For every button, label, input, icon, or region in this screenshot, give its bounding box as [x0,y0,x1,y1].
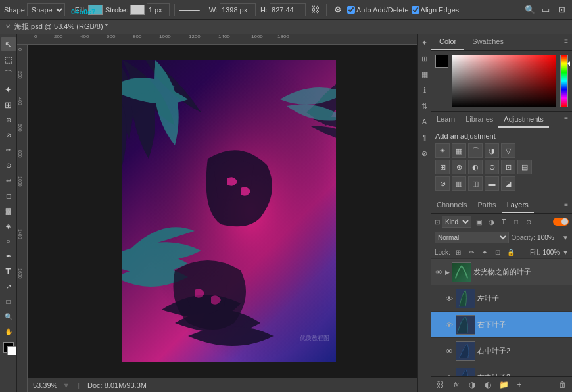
gradient-tool-btn[interactable]: ▓ [1,203,16,218]
filter-pixel-btn[interactable]: ▣ [473,216,484,227]
stroke-control[interactable]: Stroke: — [105,3,170,16]
search-btn[interactable]: 🔍 [523,3,536,16]
adj-curves[interactable]: ⌒ [468,143,483,158]
filter-toggle[interactable] [553,218,569,226]
layer-folder-btn[interactable]: 📁 [498,379,510,391]
eyedropper-tool-btn[interactable]: ⊕ [1,112,16,127]
adj-bw[interactable]: ◐ [468,160,483,174]
stroke-color-swatch[interactable]: — [130,5,145,15]
panel-icon-5[interactable]: ⇅ [419,100,431,112]
fill-dropdown[interactable]: ▼ [562,249,569,256]
lasso-tool-btn[interactable]: ⌒ [1,67,16,82]
magic-wand-tool-btn[interactable]: ✦ [1,82,16,97]
kind-select[interactable]: Kind [442,216,471,228]
filter-shape-btn[interactable]: □ [511,216,521,227]
link-wh-btn[interactable]: ⛓ [308,3,322,16]
adj-vibrance[interactable]: ▽ [501,143,515,158]
eraser-tool-btn[interactable]: ◻ [1,188,16,203]
layers-list[interactable]: 👁 ▶ 发光物之前的叶子 👁 左叶子 👁 [431,259,572,376]
stamp-tool-btn[interactable]: ⊙ [1,158,16,172]
adj-exposure[interactable]: ◑ [485,143,499,158]
canvas-area[interactable]: 0 200 400 600 800 1000 1200 1400 1600 18… [17,34,431,392]
lock-image-btn[interactable]: ✏ [466,247,477,257]
history-tool-btn[interactable]: ↩ [1,173,16,187]
canvas-content[interactable]: 优质教程图 [28,45,431,378]
layer-eye-0[interactable]: 👁 [434,268,443,277]
layer-item-1[interactable]: 👁 左叶子 [431,285,572,312]
foreground-color-box[interactable] [435,55,448,68]
artwork-canvas[interactable]: 优质教程图 [122,60,336,362]
hand-tool-btn[interactable]: ✋ [1,324,16,339]
lock-position-btn[interactable]: ✦ [479,247,490,257]
layer-item-3[interactable]: 👁 右中叶子2 [431,338,572,364]
filter-adjustment-btn[interactable]: ◑ [486,216,496,227]
background-color-btn[interactable] [7,346,16,355]
layer-eye-2[interactable]: 👁 [444,320,454,330]
adj-colorlookup[interactable]: ▤ [517,160,532,174]
opacity-dropdown[interactable]: ▼ [562,234,569,241]
move-tool-btn[interactable]: ↖ [1,37,16,51]
adj-gradient-map[interactable]: ▬ [485,176,499,191]
adj-colorbalance[interactable]: ⊛ [452,160,466,174]
lock-transparent-btn[interactable]: ⊞ [453,247,464,257]
panel-icon-1[interactable]: ✦ [419,37,431,49]
layer-fx-btn[interactable]: fx [450,379,462,391]
brush-tool-btn[interactable]: ✏ [1,143,16,157]
layers-menu[interactable]: ≡ [560,197,572,213]
layer-adjustment-btn[interactable]: ◐ [482,379,494,391]
lock-artboard-btn[interactable]: ⊡ [492,247,503,257]
blend-mode-select[interactable]: Normal [435,232,509,243]
dodge-tool-btn[interactable]: ○ [1,233,16,248]
layer-item-4[interactable]: 👁 右中叶子3 [431,364,572,376]
layer-item-2[interactable]: 👁 右下叶子 [431,312,572,338]
panel-icon-7[interactable]: ¶ [419,132,431,143]
panel-icon-8[interactable]: ⊗ [419,147,431,159]
shape-selector[interactable]: Shape Shape [4,3,65,16]
tab-swatches[interactable]: Swatches [464,34,512,50]
blur-tool-btn[interactable]: ◈ [1,218,16,233]
color-gradient-inner[interactable] [452,55,556,107]
width-input[interactable] [220,3,256,16]
layer-trash-btn[interactable]: 🗑 [557,379,569,391]
pen-tool-btn[interactable]: ✒ [1,249,16,263]
marquee-tool-btn[interactable]: ⬚ [1,52,16,66]
adj-hsl[interactable]: ⊞ [435,160,450,174]
crop-tool-btn[interactable]: ⊞ [1,97,16,112]
adj-invert[interactable]: ⊘ [435,176,450,191]
adj-threshold[interactable]: ◫ [468,176,483,191]
layer-eye-3[interactable]: 👁 [444,347,454,356]
layer-mask-btn[interactable]: ◑ [466,379,478,391]
panel-icon-2[interactable]: ⊞ [419,53,431,64]
shape-select[interactable]: Shape [27,3,65,16]
tab-adjustments[interactable]: Adjustments [498,112,549,128]
height-input[interactable] [270,3,306,16]
adj-posterize[interactable]: ▥ [452,176,466,191]
auto-add-checkbox[interactable] [347,6,355,14]
lock-all-btn[interactable]: 🔒 [506,247,516,257]
workspace-btn[interactable]: ▭ [539,3,552,16]
tab-paths[interactable]: Paths [472,197,501,213]
tab-learn[interactable]: Learn [431,112,460,128]
shape-tool-btn[interactable]: □ [1,294,16,308]
maximize-btn[interactable]: ⊡ [555,3,568,16]
tab-libraries[interactable]: Libraries [460,112,498,128]
adjustments-menu[interactable]: ≡ [560,112,572,128]
tab-layers[interactable]: Layers [502,197,534,213]
adj-brightness[interactable]: ☀ [435,143,450,158]
adj-photofilter[interactable]: ⊙ [485,160,499,174]
zoom-tool-btn[interactable]: 🔍 [1,309,16,324]
settings-btn[interactable]: ⚙ [331,3,345,16]
stroke-size-input[interactable] [147,3,170,16]
adj-selective-color[interactable]: ◪ [501,176,515,191]
panel-icon-3[interactable]: ▦ [419,68,431,80]
panel-icon-4[interactable]: ℹ [419,84,431,96]
adj-channelmixer[interactable]: ⊡ [501,160,515,174]
healing-tool-btn[interactable]: ⊘ [1,128,16,142]
layer-eye-1[interactable]: 👁 [444,294,454,303]
tab-channels[interactable]: Channels [431,197,472,213]
tab-color[interactable]: Color [431,34,464,50]
foreground-color-btn[interactable] [3,342,14,353]
filter-smart-btn[interactable]: ⊙ [523,216,534,227]
color-gradient-box[interactable] [452,55,556,107]
adj-levels[interactable]: ▦ [452,143,466,158]
